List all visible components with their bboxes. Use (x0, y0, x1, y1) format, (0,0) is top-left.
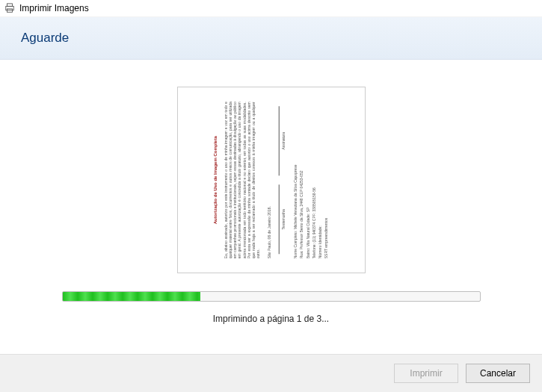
window-title: Imprimir Imagens (19, 3, 89, 13)
header-title: Aguarde (21, 31, 69, 45)
doc-body: Eu, abaixo assinado, autorizo por este i… (223, 102, 260, 258)
print-button: Imprimir (394, 364, 458, 383)
signature-row: Testemunha Assinatura (278, 102, 285, 258)
cancel-button[interactable]: Cancelar (466, 364, 530, 383)
doc-title: Autorização de Uso de Imagem Completa (212, 102, 218, 258)
doc-info: Nome Completo: Michele Veneziana da Silv… (292, 102, 328, 258)
dialog-footer: Imprimir Cancelar (0, 354, 542, 392)
svg-rect-0 (7, 4, 13, 7)
preview-document: Autorização de Uso de Imagem Completa Eu… (208, 94, 334, 266)
progress-bar (62, 291, 481, 302)
titlebar: Imprimir Imagens (0, 0, 542, 17)
doc-date: São Paulo, 06 de Janeiro 2016. (266, 102, 271, 258)
printer-icon (4, 3, 15, 13)
progress-fill (63, 292, 200, 301)
dialog-header: Aguarde (0, 17, 542, 60)
signature-left: Testemunha (278, 180, 285, 258)
content-area: Autorização de Uso de Imagem Completa Eu… (0, 60, 542, 354)
status-text: Imprimindo a página 1 de 3... (213, 314, 329, 324)
signature-right: Assinatura (278, 102, 285, 180)
print-preview: Autorização de Uso de Imagem Completa Eu… (177, 87, 366, 273)
